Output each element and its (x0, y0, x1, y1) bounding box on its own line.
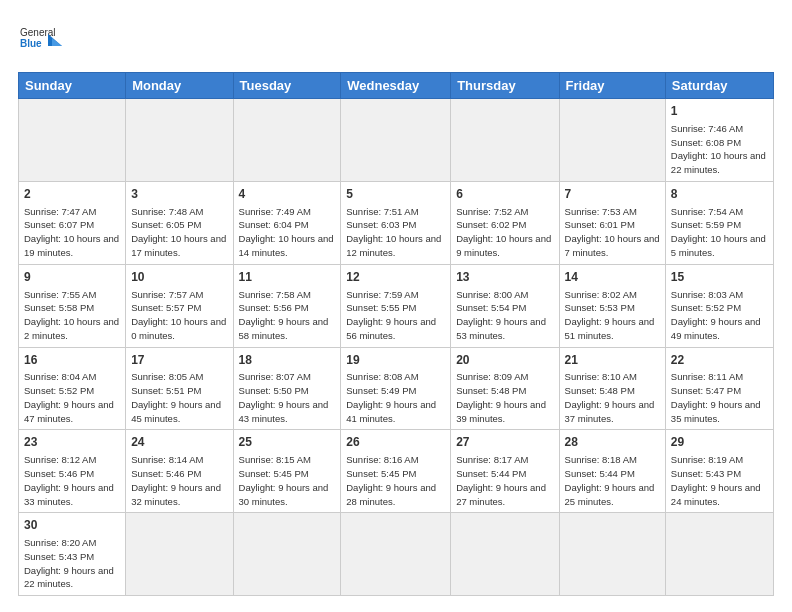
day-number: 11 (239, 269, 336, 286)
day-of-week-header: Saturday (665, 73, 773, 99)
day-number: 16 (24, 352, 120, 369)
day-of-week-header: Tuesday (233, 73, 341, 99)
calendar-day-cell (341, 513, 451, 596)
calendar-week-row: 9Sunrise: 7:55 AM Sunset: 5:58 PM Daylig… (19, 264, 774, 347)
calendar-day-cell (341, 99, 451, 182)
calendar-day-cell: 20Sunrise: 8:09 AM Sunset: 5:48 PM Dayli… (451, 347, 559, 430)
day-number: 25 (239, 434, 336, 451)
day-info: Sunrise: 7:54 AM Sunset: 5:59 PM Dayligh… (671, 205, 768, 260)
day-number: 9 (24, 269, 120, 286)
day-number: 12 (346, 269, 445, 286)
day-info: Sunrise: 7:58 AM Sunset: 5:56 PM Dayligh… (239, 288, 336, 343)
day-number: 6 (456, 186, 553, 203)
day-info: Sunrise: 8:19 AM Sunset: 5:43 PM Dayligh… (671, 453, 768, 508)
calendar-header-row: SundayMondayTuesdayWednesdayThursdayFrid… (19, 73, 774, 99)
day-number: 27 (456, 434, 553, 451)
calendar-day-cell: 29Sunrise: 8:19 AM Sunset: 5:43 PM Dayli… (665, 430, 773, 513)
day-number: 23 (24, 434, 120, 451)
calendar-day-cell: 4Sunrise: 7:49 AM Sunset: 6:04 PM Daylig… (233, 181, 341, 264)
calendar-day-cell: 8Sunrise: 7:54 AM Sunset: 5:59 PM Daylig… (665, 181, 773, 264)
day-number: 19 (346, 352, 445, 369)
day-of-week-header: Thursday (451, 73, 559, 99)
generalblue-logo-icon: General Blue (18, 18, 62, 62)
calendar-day-cell (559, 513, 665, 596)
calendar-table: SundayMondayTuesdayWednesdayThursdayFrid… (18, 72, 774, 596)
day-info: Sunrise: 8:20 AM Sunset: 5:43 PM Dayligh… (24, 536, 120, 591)
day-info: Sunrise: 8:00 AM Sunset: 5:54 PM Dayligh… (456, 288, 553, 343)
calendar-day-cell (126, 513, 233, 596)
day-info: Sunrise: 7:51 AM Sunset: 6:03 PM Dayligh… (346, 205, 445, 260)
calendar-day-cell (233, 99, 341, 182)
day-number: 18 (239, 352, 336, 369)
day-number: 7 (565, 186, 660, 203)
day-info: Sunrise: 7:49 AM Sunset: 6:04 PM Dayligh… (239, 205, 336, 260)
day-info: Sunrise: 8:03 AM Sunset: 5:52 PM Dayligh… (671, 288, 768, 343)
calendar-day-cell: 12Sunrise: 7:59 AM Sunset: 5:55 PM Dayli… (341, 264, 451, 347)
day-info: Sunrise: 8:18 AM Sunset: 5:44 PM Dayligh… (565, 453, 660, 508)
day-info: Sunrise: 7:55 AM Sunset: 5:58 PM Dayligh… (24, 288, 120, 343)
day-info: Sunrise: 8:02 AM Sunset: 5:53 PM Dayligh… (565, 288, 660, 343)
header: General Blue (18, 18, 774, 62)
day-info: Sunrise: 7:52 AM Sunset: 6:02 PM Dayligh… (456, 205, 553, 260)
calendar-day-cell: 6Sunrise: 7:52 AM Sunset: 6:02 PM Daylig… (451, 181, 559, 264)
day-number: 3 (131, 186, 227, 203)
calendar-day-cell (233, 513, 341, 596)
day-of-week-header: Friday (559, 73, 665, 99)
calendar-day-cell: 9Sunrise: 7:55 AM Sunset: 5:58 PM Daylig… (19, 264, 126, 347)
calendar-day-cell: 25Sunrise: 8:15 AM Sunset: 5:45 PM Dayli… (233, 430, 341, 513)
day-info: Sunrise: 8:07 AM Sunset: 5:50 PM Dayligh… (239, 370, 336, 425)
day-number: 15 (671, 269, 768, 286)
calendar-week-row: 30Sunrise: 8:20 AM Sunset: 5:43 PM Dayli… (19, 513, 774, 596)
day-info: Sunrise: 8:05 AM Sunset: 5:51 PM Dayligh… (131, 370, 227, 425)
calendar-day-cell: 28Sunrise: 8:18 AM Sunset: 5:44 PM Dayli… (559, 430, 665, 513)
day-number: 26 (346, 434, 445, 451)
day-info: Sunrise: 8:11 AM Sunset: 5:47 PM Dayligh… (671, 370, 768, 425)
day-number: 14 (565, 269, 660, 286)
calendar-day-cell: 30Sunrise: 8:20 AM Sunset: 5:43 PM Dayli… (19, 513, 126, 596)
day-of-week-header: Wednesday (341, 73, 451, 99)
day-number: 2 (24, 186, 120, 203)
calendar-day-cell: 5Sunrise: 7:51 AM Sunset: 6:03 PM Daylig… (341, 181, 451, 264)
calendar-day-cell: 22Sunrise: 8:11 AM Sunset: 5:47 PM Dayli… (665, 347, 773, 430)
day-of-week-header: Monday (126, 73, 233, 99)
day-number: 21 (565, 352, 660, 369)
day-number: 1 (671, 103, 768, 120)
calendar-week-row: 23Sunrise: 8:12 AM Sunset: 5:46 PM Dayli… (19, 430, 774, 513)
calendar-day-cell: 10Sunrise: 7:57 AM Sunset: 5:57 PM Dayli… (126, 264, 233, 347)
svg-text:Blue: Blue (20, 38, 42, 49)
day-number: 10 (131, 269, 227, 286)
day-info: Sunrise: 7:48 AM Sunset: 6:05 PM Dayligh… (131, 205, 227, 260)
calendar-day-cell (665, 513, 773, 596)
calendar-day-cell (559, 99, 665, 182)
day-number: 29 (671, 434, 768, 451)
calendar-day-cell: 18Sunrise: 8:07 AM Sunset: 5:50 PM Dayli… (233, 347, 341, 430)
day-number: 28 (565, 434, 660, 451)
day-info: Sunrise: 7:59 AM Sunset: 5:55 PM Dayligh… (346, 288, 445, 343)
calendar-day-cell: 3Sunrise: 7:48 AM Sunset: 6:05 PM Daylig… (126, 181, 233, 264)
day-number: 20 (456, 352, 553, 369)
calendar-day-cell: 2Sunrise: 7:47 AM Sunset: 6:07 PM Daylig… (19, 181, 126, 264)
calendar-day-cell: 26Sunrise: 8:16 AM Sunset: 5:45 PM Dayli… (341, 430, 451, 513)
calendar-day-cell: 19Sunrise: 8:08 AM Sunset: 5:49 PM Dayli… (341, 347, 451, 430)
calendar-week-row: 16Sunrise: 8:04 AM Sunset: 5:52 PM Dayli… (19, 347, 774, 430)
calendar-day-cell: 14Sunrise: 8:02 AM Sunset: 5:53 PM Dayli… (559, 264, 665, 347)
calendar-day-cell: 24Sunrise: 8:14 AM Sunset: 5:46 PM Dayli… (126, 430, 233, 513)
day-info: Sunrise: 8:10 AM Sunset: 5:48 PM Dayligh… (565, 370, 660, 425)
calendar-day-cell: 7Sunrise: 7:53 AM Sunset: 6:01 PM Daylig… (559, 181, 665, 264)
calendar-week-row: 2Sunrise: 7:47 AM Sunset: 6:07 PM Daylig… (19, 181, 774, 264)
page: General Blue SundayMondayTuesdayWednesda… (0, 0, 792, 612)
calendar-day-cell: 13Sunrise: 8:00 AM Sunset: 5:54 PM Dayli… (451, 264, 559, 347)
day-number: 8 (671, 186, 768, 203)
logo: General Blue (18, 18, 62, 62)
calendar-day-cell: 11Sunrise: 7:58 AM Sunset: 5:56 PM Dayli… (233, 264, 341, 347)
day-number: 4 (239, 186, 336, 203)
day-info: Sunrise: 8:09 AM Sunset: 5:48 PM Dayligh… (456, 370, 553, 425)
day-info: Sunrise: 8:04 AM Sunset: 5:52 PM Dayligh… (24, 370, 120, 425)
day-info: Sunrise: 8:14 AM Sunset: 5:46 PM Dayligh… (131, 453, 227, 508)
calendar-day-cell: 27Sunrise: 8:17 AM Sunset: 5:44 PM Dayli… (451, 430, 559, 513)
day-number: 30 (24, 517, 120, 534)
day-number: 22 (671, 352, 768, 369)
day-number: 13 (456, 269, 553, 286)
day-of-week-header: Sunday (19, 73, 126, 99)
calendar-day-cell: 21Sunrise: 8:10 AM Sunset: 5:48 PM Dayli… (559, 347, 665, 430)
